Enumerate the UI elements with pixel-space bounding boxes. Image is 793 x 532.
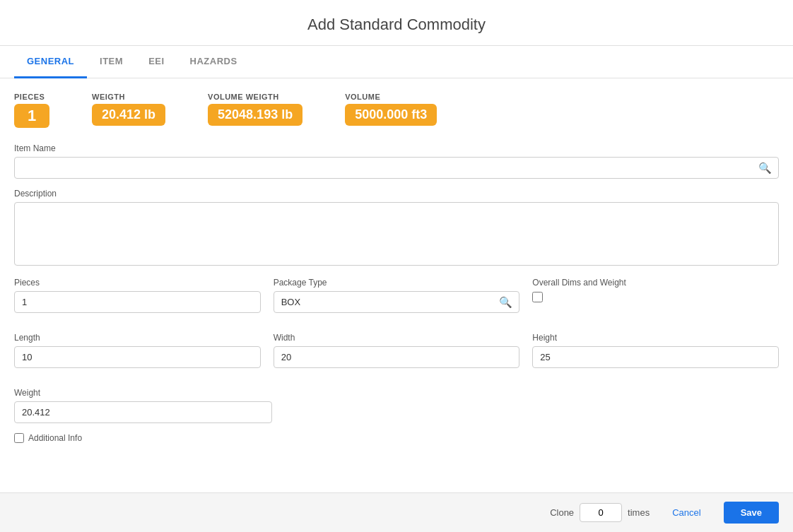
fields-row-1: Pieces Package Type 🔍 Overall Dims and W… <box>14 278 779 323</box>
height-group: Height <box>532 333 779 368</box>
overall-dims-group: Overall Dims and Weight <box>532 278 779 323</box>
item-name-input[interactable] <box>14 157 779 179</box>
description-group: Description <box>14 189 779 268</box>
stats-row: PIECES 1 WEIGTH 20.412 lb VOLUME WEIGTH … <box>14 93 779 128</box>
clone-label: Clone <box>550 507 574 518</box>
length-input[interactable] <box>14 346 261 368</box>
item-name-wrapper: 🔍 <box>14 157 779 179</box>
additional-info-checkbox[interactable] <box>14 433 24 443</box>
volume-weight-badge: 52048.193 lb <box>208 104 302 126</box>
item-name-group: Item Name 🔍 <box>14 143 779 179</box>
weight-group: Weight <box>14 388 272 423</box>
overall-dims-checkbox[interactable] <box>532 292 543 302</box>
volume-badge: 5000.000 ft3 <box>345 104 437 126</box>
package-type-input[interactable] <box>274 291 520 313</box>
description-textarea[interactable] <box>14 202 779 266</box>
height-label: Height <box>532 333 779 343</box>
times-label: times <box>628 507 650 518</box>
additional-info-label: Additional Info <box>28 433 82 443</box>
weight-label-field: Weight <box>14 388 272 398</box>
stat-pieces: PIECES 1 <box>14 93 49 128</box>
clone-area: Clone times <box>550 503 650 522</box>
width-label: Width <box>274 333 520 343</box>
description-label: Description <box>14 189 779 199</box>
overall-dims-checkbox-wrapper <box>532 292 779 302</box>
length-label: Length <box>14 333 261 343</box>
height-input[interactable] <box>532 346 779 368</box>
package-type-label: Package Type <box>274 278 520 288</box>
pieces-badge: 1 <box>14 104 49 128</box>
fields-row-2: Length Width Height <box>14 333 779 378</box>
clone-input[interactable] <box>580 503 622 522</box>
page-footer: Clone times Cancel Save <box>0 492 793 532</box>
weight-badge: 20.412 lb <box>92 104 165 126</box>
overall-dims-label: Overall Dims and Weight <box>532 278 779 288</box>
tab-item[interactable]: ITEM <box>87 46 136 78</box>
save-button[interactable]: Save <box>724 502 779 524</box>
item-name-label: Item Name <box>14 143 779 153</box>
pieces-label-field: Pieces <box>14 278 261 288</box>
pieces-group: Pieces <box>14 278 261 313</box>
weight-label: WEIGTH <box>92 93 165 101</box>
tab-hazards[interactable]: HAZARDS <box>177 46 250 78</box>
volume-label: VOLUME <box>345 93 437 101</box>
stat-volume: VOLUME 5000.000 ft3 <box>345 93 437 126</box>
cancel-button[interactable]: Cancel <box>658 502 715 523</box>
pieces-label: PIECES <box>14 93 49 101</box>
package-type-group: Package Type 🔍 <box>274 278 520 313</box>
width-group: Width <box>274 333 520 368</box>
item-name-search-icon[interactable]: 🔍 <box>758 162 772 175</box>
tabs-bar: GENERAL ITEM EEI HAZARDS <box>0 46 793 78</box>
package-type-wrapper: 🔍 <box>274 291 520 313</box>
stat-volume-weight: VOLUME WEIGTH 52048.193 lb <box>208 93 302 126</box>
pieces-input[interactable] <box>14 291 261 313</box>
tab-eei[interactable]: EEI <box>136 46 177 78</box>
additional-info-row: Additional Info <box>14 433 779 443</box>
stat-weight: WEIGTH 20.412 lb <box>92 93 165 126</box>
weight-input[interactable] <box>14 401 272 423</box>
width-input[interactable] <box>274 346 520 368</box>
page-title: Add Standard Commodity <box>0 16 793 34</box>
main-content: PIECES 1 WEIGTH 20.412 lb VOLUME WEIGTH … <box>0 78 793 492</box>
tab-general[interactable]: GENERAL <box>14 46 87 78</box>
volume-weight-label: VOLUME WEIGTH <box>208 93 302 101</box>
package-type-search-icon[interactable]: 🔍 <box>499 296 512 309</box>
page-header: Add Standard Commodity <box>0 0 793 46</box>
page-container: Add Standard Commodity GENERAL ITEM EEI … <box>0 0 793 532</box>
length-group: Length <box>14 333 261 368</box>
